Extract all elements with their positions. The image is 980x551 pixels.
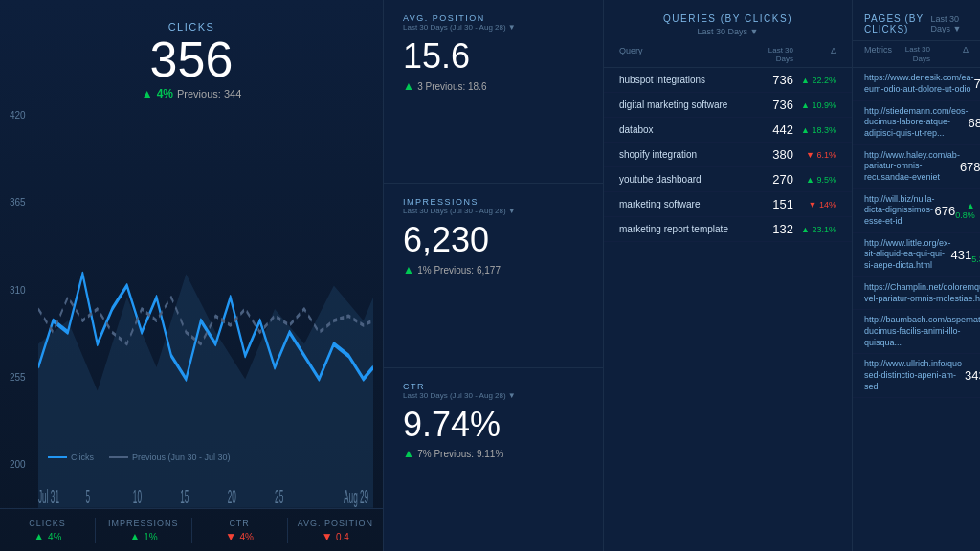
page-url: http://www.little.org/ex-sit-aliquid-ea-… (864, 238, 951, 272)
impressions-change: ▲ 1% Previous: 6,177 (403, 263, 584, 276)
query-name: marketing report template (619, 224, 741, 234)
page-url: http://stiedemann.com/eos-ducimus-labore… (864, 106, 969, 140)
svg-text:20: 20 (228, 486, 236, 507)
page-row: http://www.ullrich.info/quo-sed-distinct… (853, 354, 980, 398)
pages-col-headers: Metrics Last 30Days Δ (853, 41, 980, 68)
query-name: digital marketing software (619, 99, 741, 110)
chart-svg: Jul 31 5 10 15 20 25 Aug 29 (38, 110, 373, 508)
avg-position-subtitle: Last 30 Days (Jul 30 - Aug 28) ▼ (403, 23, 584, 32)
avg-position-value: 15.6 (403, 37, 584, 76)
query-row: marketing software 151 ▼ 14% (604, 192, 852, 217)
page-delta: ▲ 0.8% (955, 201, 975, 220)
bottom-metrics-bar: CLICKS ▲ 4% IMPRESSIONS ▲ 1% CTR ▼ 4% AV… (0, 508, 383, 551)
chart-legend: Clicks Previous (Jun 30 - Jul 30) (48, 452, 231, 462)
query-row: databox 442 ▲ 18.3% (604, 118, 852, 143)
clicks-change: ▲ 4% Previous: 344 (0, 87, 383, 100)
metric-impressions-change: ▲ 1% (96, 530, 190, 543)
metric-ctr-pct: 4% (240, 532, 254, 542)
ctr-value: 9.74% (403, 406, 584, 444)
col-delta2-header: Δ (930, 45, 969, 63)
query-name: hubspot integrations (619, 75, 741, 85)
page-url: http://baumbach.com/aspernatur-ducimus-f… (864, 315, 980, 348)
query-row: shopify integration 380 ▼ 6.1% (604, 143, 852, 167)
ctr-box: CTR Last 30 Days (Jul 30 - Aug 28) ▼ 9.7… (384, 368, 603, 551)
impressions-value: 6,230 (403, 221, 584, 259)
metric-clicks-name: CLICKS (0, 518, 95, 528)
queries-col-headers: Query Last 30Days Δ (604, 42, 852, 68)
svg-marker-0 (38, 274, 373, 508)
col-days2-header: Last 30Days (892, 45, 930, 63)
middle-panel: AVG. POSITION Last 30 Days (Jul 30 - Aug… (383, 0, 603, 551)
y-axis-labels: 420 365 310 255 200 (10, 110, 26, 470)
metric-clicks-change: ▲ 4% (0, 530, 95, 543)
metric-ctr: CTR ▼ 4% (192, 518, 288, 543)
impressions-box: IMPRESSIONS Last 30 Days (Jul 30 - Aug 2… (384, 184, 603, 367)
clicks-header: CLICKS 356 ▲ 4% Previous: 344 (0, 0, 383, 100)
query-delta: ▼ 14% (793, 200, 836, 209)
svg-text:25: 25 (275, 486, 283, 507)
page-row: http://baumbach.com/aspernatur-ducimus-f… (853, 310, 980, 354)
legend-blue-line (48, 456, 67, 458)
col-delta-header: Δ (793, 46, 836, 63)
metric-impressions-pct: 1% (144, 532, 157, 542)
impressions-subtitle: Last 30 Days (Jul 30 - Aug 28) ▼ (403, 207, 584, 215)
page-value: 678 (960, 160, 980, 174)
legend-gray-line (109, 456, 128, 458)
metric-impressions-name: IMPRESSIONS (96, 518, 190, 528)
query-row: youtube dashboard 270 ▲ 9.5% (604, 167, 852, 192)
query-value: 442 (741, 122, 793, 137)
query-name: youtube dashboard (619, 174, 741, 185)
metric-ctr-arrow: ▼ (225, 530, 239, 543)
query-value: 380 (741, 147, 793, 162)
query-name: shopify integration (619, 149, 741, 160)
y-label-255: 255 (10, 372, 26, 383)
clicks-change-pct: 4% (157, 87, 173, 100)
queries-title: QUERIES (BY CLICKS) (619, 13, 836, 24)
metric-clicks-arrow: ▲ (33, 530, 48, 543)
metric-avg-position: AVG. POSITION ▼ 0.4 (288, 518, 383, 543)
page-row: http://stiedemann.com/eos-ducimus-labore… (853, 101, 980, 145)
ctr-subtitle: Last 30 Days (Jul 30 - Aug 28) ▼ (403, 391, 584, 400)
left-panel: CLICKS 356 ▲ 4% Previous: 344 420 365 31… (0, 0, 383, 551)
query-delta: ▼ 6.1% (793, 150, 836, 160)
chart-area: 420 365 310 255 200 Jul 31 5 10 15 20 25… (0, 100, 383, 508)
query-delta: ▲ 10.9% (793, 100, 836, 110)
page-value: 722 (974, 77, 980, 91)
query-value: 736 (741, 98, 793, 112)
col-url-header: Metrics (864, 45, 892, 63)
metric-avg-val: 0.4 (336, 532, 349, 542)
impressions-title: IMPRESSIONS (403, 197, 584, 207)
page-url: https://www.denesik.com/ea-eum-odio-aut-… (864, 73, 974, 95)
legend-previous-label: Previous (Jun 30 - Jul 30) (132, 452, 231, 462)
page-value: 431 (951, 248, 972, 262)
page-row: http://www.haley.com/ab-pariatur-omnis-r… (853, 145, 980, 189)
metric-clicks: CLICKS ▲ 4% (0, 518, 96, 543)
queries-period[interactable]: Last 30 Days ▼ (619, 27, 836, 36)
svg-text:Aug 29: Aug 29 (344, 486, 368, 507)
y-label-420: 420 (10, 110, 26, 121)
col-query-header: Query (619, 46, 741, 63)
metric-ctr-change: ▼ 4% (192, 530, 287, 543)
metric-clicks-pct: 4% (48, 532, 61, 542)
pages-period[interactable]: Last 30 Days ▼ (930, 14, 969, 33)
ctr-title: CTR (403, 382, 584, 391)
metric-impressions: IMPRESSIONS ▲ 1% (96, 518, 191, 543)
pages-panel: PAGES (BY CLICKS) Last 30 Days ▼ Metrics… (852, 0, 980, 551)
page-row: https://Champlin.net/doloremque-vel-pari… (853, 277, 980, 310)
query-name: marketing software (619, 199, 741, 209)
page-url: https://Champlin.net/doloremque-vel-pari… (864, 282, 980, 304)
pages-title: PAGES (BY CLICKS) (864, 13, 930, 34)
page-value: 676 (935, 204, 956, 218)
query-value: 736 (741, 73, 793, 87)
query-delta: ▲ 23.1% (793, 225, 836, 234)
page-row: http://will.biz/nulla-dicta-dignissimos-… (853, 189, 980, 233)
query-row: digital marketing software 736 ▲ 10.9% (604, 93, 852, 118)
legend-previous: Previous (Jun 30 - Jul 30) (109, 452, 231, 462)
metric-ctr-name: CTR (192, 518, 287, 528)
legend-clicks-label: Clicks (71, 452, 94, 462)
query-delta: ▲ 9.5% (793, 175, 836, 185)
metric-impressions-arrow: ▲ (129, 530, 144, 543)
clicks-up-icon: ▲ (142, 87, 153, 100)
metric-avg-arrow: ▼ (322, 530, 336, 543)
query-row: marketing report template 132 ▲ 23.1% (604, 217, 852, 242)
